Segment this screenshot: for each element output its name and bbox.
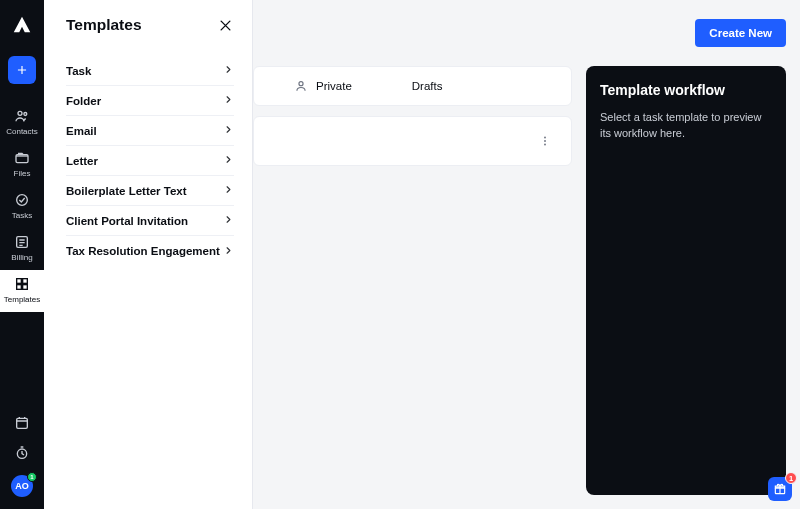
svg-point-13 (544, 140, 546, 142)
gift-icon (773, 482, 787, 496)
billing-icon (14, 234, 30, 250)
chevron-right-icon (223, 154, 234, 167)
chevron-right-icon (223, 94, 234, 107)
svg-rect-9 (17, 418, 28, 428)
files-icon (14, 150, 30, 166)
panel-item-label: Letter (66, 155, 98, 167)
list-row (253, 116, 572, 166)
templates-panel: Templates Task Folder Email Letter (44, 0, 253, 509)
row-menu-button[interactable] (537, 133, 553, 149)
panel-item-email[interactable]: Email (66, 116, 234, 146)
chevron-right-icon (223, 245, 234, 258)
sidebar-bottom: AO 1 (11, 415, 33, 509)
create-new-button[interactable]: Create New (695, 19, 786, 47)
svg-rect-8 (23, 285, 28, 290)
avatar[interactable]: AO 1 (11, 475, 33, 497)
panel-item-tax[interactable]: Tax Resolution Engagement (66, 236, 234, 266)
topbar: Create New (253, 0, 800, 66)
panel-item-label: Task (66, 65, 91, 77)
nav-templates[interactable]: Templates (0, 270, 44, 312)
nav-contacts[interactable]: Contacts (0, 102, 44, 144)
timer-icon[interactable] (14, 445, 30, 461)
svg-rect-7 (17, 285, 22, 290)
close-icon (218, 18, 233, 33)
tab-drafts[interactable]: Drafts (412, 80, 443, 92)
chevron-right-icon (223, 214, 234, 227)
svg-point-3 (17, 195, 28, 206)
kebab-icon (538, 134, 552, 148)
panel-item-invitation[interactable]: Client Portal Invitation (66, 206, 234, 236)
svg-point-11 (299, 82, 303, 86)
tab-label: Private (316, 80, 352, 92)
panel-item-task[interactable]: Task (66, 56, 234, 86)
panel-item-label: Client Portal Invitation (66, 215, 188, 227)
close-button[interactable] (216, 16, 234, 34)
chevron-right-icon (223, 184, 234, 197)
svg-rect-5 (17, 279, 22, 284)
nav-label: Files (14, 170, 31, 178)
panel-item-folder[interactable]: Folder (66, 86, 234, 116)
nav-label: Tasks (12, 212, 32, 220)
help-badge: 1 (785, 472, 797, 484)
contacts-icon (14, 108, 30, 124)
add-button[interactable] (8, 56, 36, 84)
preview-title: Template workflow (600, 82, 772, 98)
panel-item-boilerplate[interactable]: Boilerplate Letter Text (66, 176, 234, 206)
svg-point-0 (18, 111, 22, 115)
app-logo (11, 14, 33, 36)
svg-point-12 (544, 137, 546, 139)
help-widget[interactable]: 1 (768, 477, 792, 501)
nav-files[interactable]: Files (0, 144, 44, 186)
panel-item-label: Boilerplate Letter Text (66, 185, 187, 197)
chevron-right-icon (223, 64, 234, 77)
svg-point-1 (24, 113, 27, 116)
tab-label: Drafts (412, 80, 443, 92)
tab-private[interactable]: Private (294, 79, 352, 93)
tab-row: Private Drafts (253, 66, 572, 106)
nav-label: Billing (11, 254, 32, 262)
content: Private Drafts Template workflow Select … (253, 66, 800, 509)
panel-item-letter[interactable]: Letter (66, 146, 234, 176)
preview-text: Select a task template to preview its wo… (600, 110, 772, 142)
avatar-badge: 1 (27, 472, 37, 482)
chevron-right-icon (223, 124, 234, 137)
templates-icon (14, 276, 30, 292)
panel-item-label: Email (66, 125, 97, 137)
panel-list: Task Folder Email Letter Boilerplate Let… (66, 56, 234, 266)
panel-header: Templates (66, 16, 234, 34)
panel-title: Templates (66, 16, 142, 34)
main-area: Create New Private Drafts (253, 0, 800, 509)
preview-panel: Template workflow Select a task template… (586, 66, 786, 495)
svg-rect-6 (23, 279, 28, 284)
tasks-icon (14, 192, 30, 208)
nav-tasks[interactable]: Tasks (0, 186, 44, 228)
left-column: Private Drafts (253, 66, 572, 495)
avatar-initials: AO (15, 481, 29, 491)
app-root: Contacts Files Tasks Billing Templates (0, 0, 800, 509)
nav-billing[interactable]: Billing (0, 228, 44, 270)
sidebar: Contacts Files Tasks Billing Templates (0, 0, 44, 509)
calendar-icon[interactable] (14, 415, 30, 431)
panel-item-label: Folder (66, 95, 101, 107)
person-icon (294, 79, 308, 93)
panel-item-label: Tax Resolution Engagement (66, 245, 220, 257)
svg-point-14 (544, 144, 546, 146)
nav-label: Templates (4, 296, 40, 304)
nav-label: Contacts (6, 128, 38, 136)
